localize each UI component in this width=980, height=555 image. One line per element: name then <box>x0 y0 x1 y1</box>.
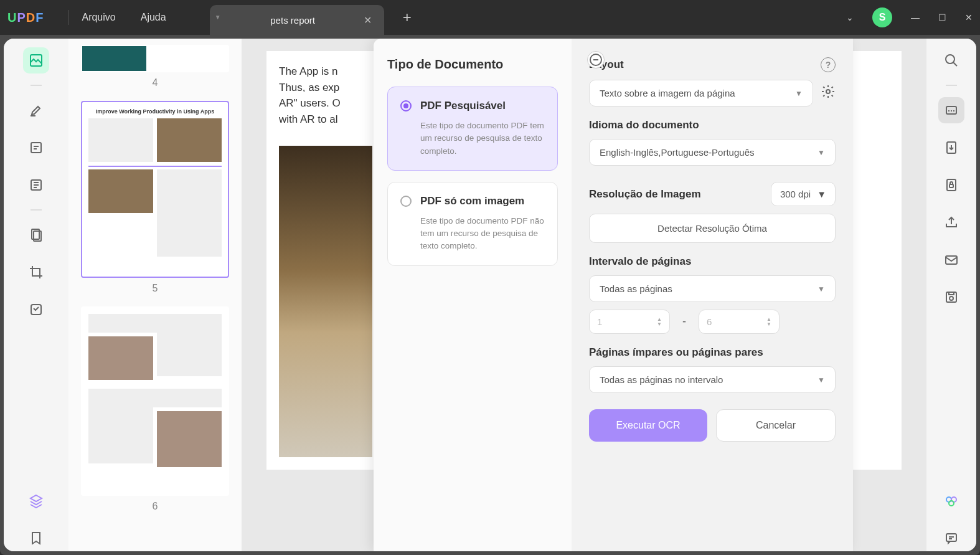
resolution-select[interactable]: 300 dpi▼ <box>771 182 836 206</box>
svg-point-8 <box>946 55 954 64</box>
thumbnail-page-5[interactable]: Improve Working Productivity in Using Ap… <box>81 101 229 278</box>
range-from-input[interactable]: 1 ▲▼ <box>589 310 670 334</box>
spinner-down-icon[interactable]: ▼ <box>657 322 662 327</box>
user-avatar[interactable]: S <box>872 7 892 27</box>
ai-tool[interactable] <box>938 488 964 514</box>
collapse-button[interactable] <box>587 51 605 69</box>
cancel-button[interactable]: Cancelar <box>716 409 836 442</box>
menu-help[interactable]: Ajuda <box>141 12 166 23</box>
thumbnail-page-6[interactable] <box>81 306 229 496</box>
svg-point-7 <box>826 90 830 93</box>
edit-tool[interactable] <box>23 135 49 161</box>
range-to-input[interactable]: 6 ▲▼ <box>699 310 780 334</box>
option-searchable-pdf[interactable]: PDF Pesquisável Este tipo de documento P… <box>387 87 558 171</box>
divider <box>68 10 69 25</box>
titlebar: UPDF Arquivo Ajuda ▼ pets report ✕ + ⌄ S… <box>0 0 980 35</box>
help-icon[interactable]: ? <box>821 57 836 72</box>
text-tool[interactable] <box>23 172 49 198</box>
protect-tool[interactable] <box>938 172 964 198</box>
highlight-tool[interactable] <box>23 97 49 123</box>
svg-rect-16 <box>949 292 954 295</box>
thumbnail-label: 6 <box>81 501 229 512</box>
layout-select[interactable]: Texto sobre a imagem da página▼ <box>589 80 813 107</box>
language-select[interactable]: English-Inglês,Portuguese-Português▼ <box>589 139 836 166</box>
left-toolbar <box>4 39 68 551</box>
chevron-down-icon: ▼ <box>795 89 803 98</box>
thumbnail-label: 4 <box>81 77 229 88</box>
svg-rect-1 <box>31 143 41 153</box>
ocr-panel: Tipo de Documento PDF Pesquisável Este t… <box>374 39 853 551</box>
add-tab-button[interactable]: + <box>403 9 412 26</box>
svg-rect-12 <box>949 184 953 187</box>
redact-tool[interactable] <box>23 296 49 323</box>
spinner-down-icon[interactable]: ▼ <box>766 322 771 327</box>
range-dash: - <box>682 315 686 328</box>
doc-type-heading: Tipo de Documento <box>387 57 558 72</box>
svg-point-19 <box>949 501 954 506</box>
convert-tool[interactable] <box>938 135 964 161</box>
comment-tool[interactable] <box>938 525 964 551</box>
page-image <box>279 146 372 457</box>
page-range-label: Intervalo de páginas <box>589 255 691 268</box>
radio-icon <box>400 196 412 207</box>
thumbnail-page-4[interactable] <box>81 45 229 72</box>
separator <box>31 209 42 211</box>
document-tab[interactable]: ▼ pets report ✕ <box>210 5 384 35</box>
language-label: Idioma do documento <box>589 119 699 131</box>
chevron-down-icon: ▼ <box>817 376 825 384</box>
bookmark-tool[interactable] <box>23 525 49 551</box>
workspace: 4 Improve Working Productivity in Using … <box>4 39 976 551</box>
organize-tool[interactable] <box>23 222 49 248</box>
chevron-down-icon[interactable]: ⌄ <box>846 12 854 22</box>
odd-even-label: Páginas ímpares ou páginas pares <box>589 346 763 359</box>
crop-tool[interactable] <box>23 259 49 285</box>
radio-icon <box>400 100 412 111</box>
separator <box>31 85 42 86</box>
svg-rect-13 <box>946 256 957 264</box>
run-ocr-button[interactable]: Executar OCR <box>589 409 707 442</box>
chevron-down-icon: ▼ <box>817 148 825 157</box>
save-tool[interactable] <box>938 284 964 310</box>
maximize-button[interactable]: ☐ <box>938 12 946 22</box>
search-icon[interactable] <box>938 47 964 74</box>
ocr-tool[interactable] <box>938 97 964 123</box>
detect-resolution-button[interactable]: Detectar Resolução Ótima <box>589 214 836 243</box>
close-window-button[interactable]: ✕ <box>965 12 973 22</box>
separator <box>946 85 957 86</box>
option-image-only-pdf[interactable]: PDF só com imagem Este tipo de documento… <box>387 182 558 266</box>
thumbnail-label: 5 <box>81 283 229 294</box>
thumbnail-panel: 4 Improve Working Productivity in Using … <box>68 39 242 551</box>
menu-file[interactable]: Arquivo <box>82 12 115 23</box>
resolution-label: Resolução de Imagem <box>589 188 701 201</box>
svg-point-15 <box>949 296 953 300</box>
email-tool[interactable] <box>938 247 964 273</box>
chevron-down-icon: ▼ <box>817 285 825 293</box>
thumbnails-tool[interactable] <box>23 47 49 74</box>
odd-even-select[interactable]: Todas as páginas no intervalo▼ <box>589 366 836 393</box>
minimize-button[interactable]: — <box>911 12 920 22</box>
tab-title: pets report <box>222 15 364 26</box>
share-tool[interactable] <box>938 209 964 235</box>
tab-dropdown-icon[interactable]: ▼ <box>215 14 221 21</box>
chevron-down-icon: ▼ <box>817 189 826 199</box>
layers-tool[interactable] <box>23 488 49 514</box>
gear-icon[interactable] <box>821 84 836 102</box>
app-logo: UPDF <box>7 11 44 25</box>
right-toolbar <box>926 39 976 551</box>
page-range-select[interactable]: Todas as páginas▼ <box>589 275 836 302</box>
close-icon[interactable]: ✕ <box>364 14 372 26</box>
